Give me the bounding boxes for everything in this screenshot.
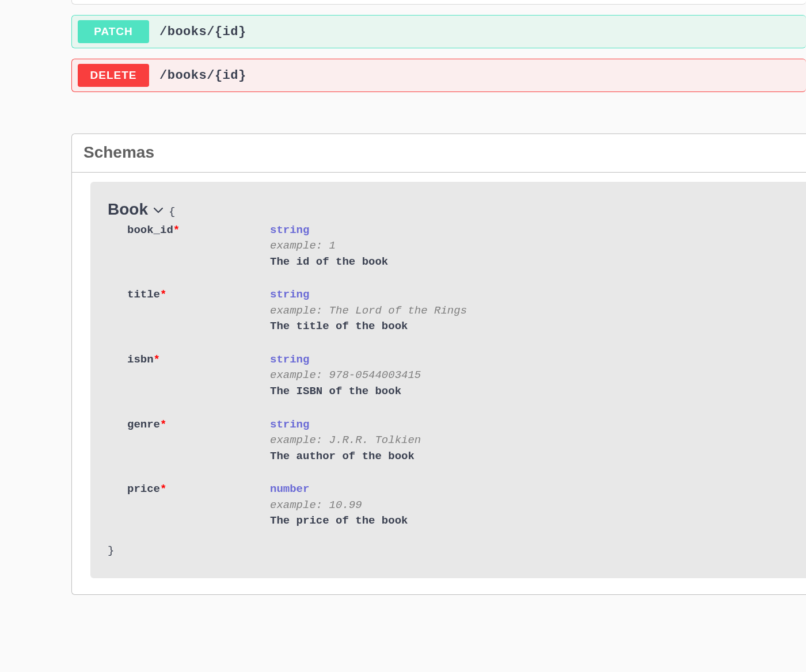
method-badge-delete: DELETE	[78, 64, 149, 87]
endpoint-row-patch[interactable]: PATCH /books/{id}	[71, 15, 806, 48]
prop-type: number	[270, 482, 408, 498]
prop-description: The ISBN of the book	[270, 384, 421, 400]
prop-description: The title of the book	[270, 319, 467, 335]
prop-name: title	[127, 288, 160, 301]
prop-example: example: 978-0544003415	[270, 368, 421, 384]
prop-example: example: 10.99	[270, 498, 408, 514]
prop-name: isbn	[127, 353, 154, 366]
prop-type: string	[270, 223, 388, 239]
endpoint-path: /books/{id}	[159, 25, 246, 39]
prop-description: The id of the book	[270, 254, 388, 270]
method-badge-patch: PATCH	[78, 20, 149, 43]
open-brace: {	[169, 204, 175, 220]
prop-example: example: 1	[270, 238, 388, 254]
chevron-down-icon	[154, 208, 163, 213]
schema-property: title* string example: The Lord of the R…	[127, 287, 806, 335]
prop-type: string	[270, 287, 467, 303]
schemas-header[interactable]: Schemas	[72, 134, 806, 173]
prop-description: The price of the book	[270, 513, 408, 529]
required-star: *	[160, 418, 166, 431]
schema-name: Book	[108, 198, 148, 222]
prop-example: example: The Lord of the Rings	[270, 303, 467, 319]
schema-property: book_id* string example: 1 The id of the…	[127, 223, 806, 270]
prop-name: book_id	[127, 224, 173, 236]
prop-description: The author of the book	[270, 449, 421, 465]
endpoint-path: /books/{id}	[159, 68, 246, 83]
prop-name: genre	[127, 418, 160, 431]
schemas-body: Book { book_id* string example: 1	[72, 173, 806, 594]
endpoint-row-delete[interactable]: DELETE /books/{id}	[71, 59, 806, 92]
prop-type: string	[270, 417, 421, 433]
schema-book: Book { book_id* string example: 1	[90, 182, 806, 578]
schema-property: isbn* string example: 978-0544003415 The…	[127, 352, 806, 400]
schema-properties: book_id* string example: 1 The id of the…	[108, 223, 806, 529]
prop-example: example: J.R.R. Tolkien	[270, 433, 421, 449]
schema-name-row[interactable]: Book {	[108, 198, 806, 222]
prop-name: price	[127, 483, 160, 495]
schemas-section: Schemas Book { book_id*	[71, 133, 806, 595]
schema-property: price* number example: 10.99 The price o…	[127, 482, 806, 529]
close-brace: }	[108, 543, 806, 559]
required-star: *	[154, 353, 160, 366]
schemas-title: Schemas	[83, 143, 794, 162]
prop-type: string	[270, 352, 421, 368]
endpoint-row-partial	[71, 0, 806, 5]
required-star: *	[160, 288, 166, 301]
required-star: *	[160, 483, 166, 495]
schema-property: genre* string example: J.R.R. Tolkien Th…	[127, 417, 806, 465]
required-star: *	[173, 224, 180, 236]
